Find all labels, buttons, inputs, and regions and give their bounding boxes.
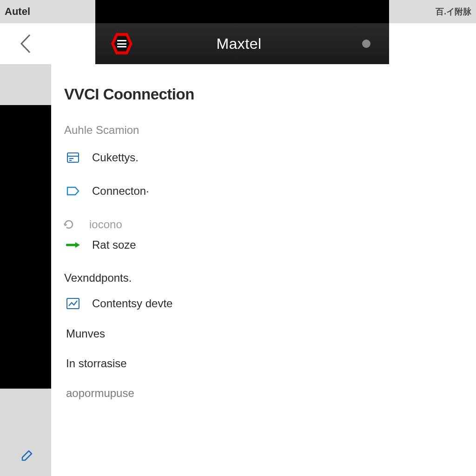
svg-rect-0 (67, 153, 79, 162)
page-title: Maxtel (116, 35, 362, 53)
refresh-icon (61, 218, 77, 231)
status-center-block (95, 0, 389, 23)
brand-label: Autel (5, 6, 30, 18)
list-item-label: Cukettys. (92, 151, 139, 164)
section-label-1: Auhle Scamion (64, 124, 463, 137)
list-item-label: Connecton· (92, 185, 149, 198)
section-label-2: iocono (89, 218, 122, 231)
panel-heading: VVCI Coonnection (64, 86, 463, 103)
tool-icon[interactable] (20, 449, 33, 463)
arrow-right-icon (66, 238, 80, 252)
back-button[interactable] (0, 23, 51, 64)
svg-marker-5 (75, 242, 80, 248)
list-item-label: Rat soze (92, 238, 136, 251)
list-item[interactable]: Cukettys. (66, 151, 463, 165)
chevron-left-icon (18, 32, 33, 55)
header-titlebar: Maxtel (95, 23, 389, 64)
card-icon (66, 151, 80, 165)
tag-icon (66, 184, 80, 198)
list-item[interactable]: In storrasise (64, 357, 463, 370)
list-item[interactable]: Contentsy devte (66, 297, 463, 311)
status-dot-icon (362, 40, 370, 48)
chart-icon (66, 297, 80, 311)
list-item[interactable]: Connecton· (66, 184, 463, 198)
section-label-3: Vexnddponts. (64, 271, 463, 284)
list-item[interactable]: aopormupuse (64, 387, 463, 400)
status-right-text: 百.イ附脉 (436, 6, 471, 17)
content-panel: VVCI Coonnection Auhle Scamion Cukettys.… (51, 64, 476, 476)
list-item[interactable]: Rat soze (66, 238, 463, 252)
section-label-2-row: iocono (61, 218, 463, 231)
header: Maxtel (0, 23, 476, 64)
left-rail (0, 105, 51, 389)
list-item[interactable]: Munves (64, 327, 463, 340)
list-item-label: Contentsy devte (92, 297, 172, 310)
